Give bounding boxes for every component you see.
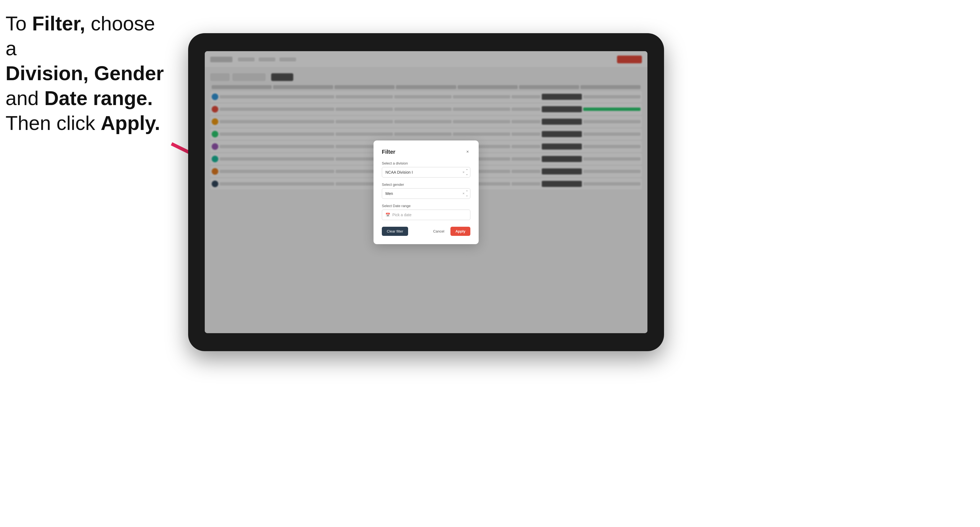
gender-select-icons: × ⌃⌄ [462, 190, 468, 197]
date-placeholder: Pick a date [392, 213, 411, 217]
modal-title: Filter [382, 149, 395, 155]
modal-header: Filter × [382, 149, 470, 155]
division-label: Select a division [382, 161, 470, 165]
gender-value: Men [385, 191, 393, 196]
gender-field-group: Select gender Men × ⌃⌄ [382, 183, 470, 199]
instruction-line2: Division, Gender [6, 62, 164, 84]
instruction-line1: To Filter, choose a [6, 13, 155, 59]
date-field-group: Select Date range 📅 Pick a date [382, 204, 470, 220]
gender-clear-icon[interactable]: × [462, 191, 465, 195]
division-select-icons: × ⌃⌄ [462, 169, 468, 176]
apply-button[interactable]: Apply [450, 227, 470, 236]
date-label: Select Date range [382, 204, 470, 208]
gender-select[interactable]: Men [382, 188, 470, 199]
gender-label: Select gender [382, 183, 470, 187]
cancel-button[interactable]: Cancel [430, 227, 447, 236]
division-select-wrapper: NCAA Division I × ⌃⌄ [382, 167, 470, 178]
tablet-frame: Filter × Select a division NCAA Division… [188, 33, 664, 351]
division-clear-icon[interactable]: × [462, 170, 465, 174]
instruction-block: To Filter, choose a Division, Gender and… [6, 11, 172, 135]
clear-filter-button[interactable]: Clear filter [382, 227, 408, 236]
division-arrow-icon[interactable]: ⌃⌄ [466, 169, 468, 176]
calendar-icon: 📅 [385, 213, 390, 217]
tablet-screen: Filter × Select a division NCAA Division… [205, 51, 648, 333]
date-picker[interactable]: 📅 Pick a date [382, 210, 470, 220]
division-field-group: Select a division NCAA Division I × ⌃⌄ [382, 161, 470, 178]
modal-footer: Clear filter Cancel Apply [382, 227, 470, 236]
close-icon[interactable]: × [465, 149, 470, 154]
gender-arrow-icon[interactable]: ⌃⌄ [466, 190, 468, 197]
footer-right: Cancel Apply [430, 227, 470, 236]
modal-overlay: Filter × Select a division NCAA Division… [205, 51, 648, 333]
instruction-line3: and Date range. [6, 87, 153, 109]
division-value: NCAA Division I [385, 170, 413, 175]
division-select[interactable]: NCAA Division I [382, 167, 470, 178]
filter-modal: Filter × Select a division NCAA Division… [374, 140, 479, 244]
instruction-line4: Then click Apply. [6, 112, 160, 134]
gender-select-wrapper: Men × ⌃⌄ [382, 188, 470, 199]
